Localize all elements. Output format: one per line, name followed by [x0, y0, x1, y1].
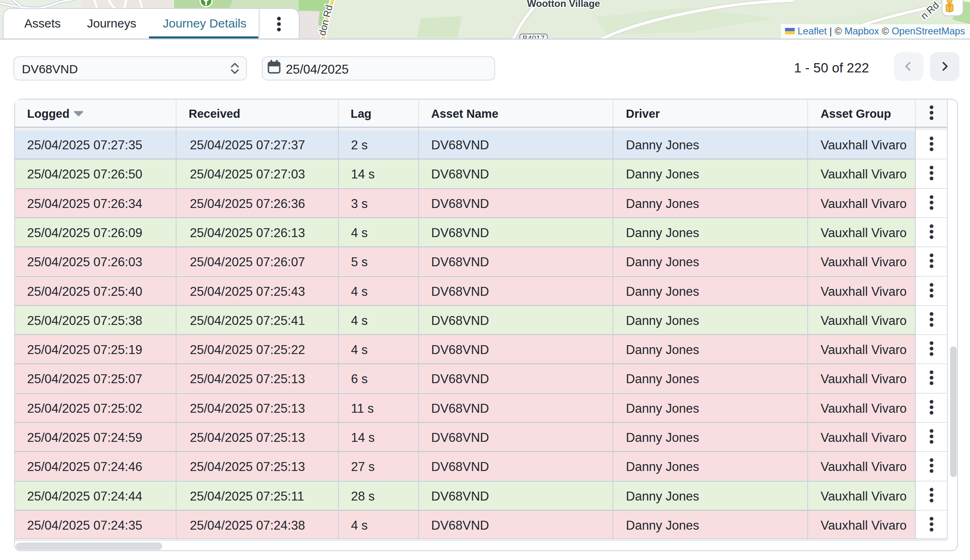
svg-text:Leaflet | © Mapbox © OpenStree: Leaflet | © Mapbox © OpenStreetMaps: [798, 25, 965, 36]
svg-text:Wootton Village: Wootton Village: [527, 0, 600, 9]
